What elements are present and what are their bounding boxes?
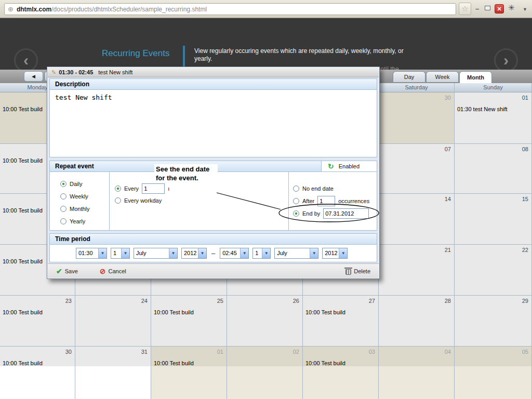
calendar-cell[interactable]: 29 xyxy=(455,296,532,347)
radio-button[interactable] xyxy=(60,206,66,212)
option-label: occurrences xyxy=(338,198,369,204)
description-textarea[interactable]: test New shift xyxy=(50,90,377,157)
cell-date: 28 xyxy=(445,298,451,304)
cell-date: 03 xyxy=(369,349,375,355)
radio-button[interactable] xyxy=(115,197,121,204)
chevron-down-icon: ▼ xyxy=(310,248,318,258)
calendar-cell[interactable]: 22 xyxy=(455,245,532,296)
previous-sample-button[interactable]: ‹ xyxy=(14,48,38,72)
pencil-icon: ✎ xyxy=(51,69,56,75)
calendar-cell[interactable]: 07 xyxy=(379,144,455,194)
description-section: Description test New shift xyxy=(49,78,377,157)
select-value: July xyxy=(134,248,169,258)
calendar-cell[interactable]: 08 xyxy=(455,144,532,194)
tab-day[interactable]: Day xyxy=(393,71,425,82)
tab-month[interactable]: Month xyxy=(459,71,492,83)
start-day-select[interactable]: 1▼ xyxy=(111,248,130,259)
calendar-cell[interactable]: 30 xyxy=(379,92,455,144)
calendar-cell[interactable]: 2310:00 Test build xyxy=(0,296,75,347)
frequency-option-yearly[interactable]: Yearly xyxy=(60,218,90,225)
calendar-event[interactable]: 10:00 Test build xyxy=(305,309,345,315)
cell-date: 01 xyxy=(522,95,528,101)
calendar-cell[interactable]: 24 xyxy=(75,296,151,347)
option-label: Monthly xyxy=(70,206,90,212)
calendar-cell[interactable]: 0110:00 Test build xyxy=(151,347,227,399)
chevron-down-icon: ▼ xyxy=(339,248,347,258)
radio-button[interactable] xyxy=(293,185,299,192)
frequency-option-daily[interactable]: Daily xyxy=(60,180,90,188)
end-time-select[interactable]: 02:45▼ xyxy=(220,248,249,259)
calendar-cell[interactable]: 2510:00 Test build xyxy=(151,296,227,347)
bookmark-star-icon[interactable]: ☆ xyxy=(459,3,471,15)
end-year-select[interactable]: 2012▼ xyxy=(322,248,348,259)
calendar-cell[interactable]: 04 xyxy=(379,347,455,399)
calendar-event[interactable]: 10:00 Test build xyxy=(305,360,345,366)
calendar-cell[interactable]: 15 xyxy=(455,194,532,245)
end-month-select[interactable]: July▼ xyxy=(274,248,318,259)
calendar-cell[interactable]: 21 xyxy=(379,245,455,296)
delete-button[interactable]: Delete xyxy=(345,268,370,275)
close-window-button[interactable]: ✕ xyxy=(495,4,504,14)
calendar-event[interactable]: 10:00 Test build xyxy=(154,360,194,366)
calendar-event[interactable]: 10:00 Test build xyxy=(3,106,43,112)
url-field[interactable]: ⊕ dhtmlx.com/docs/products/dhtmlxSchedul… xyxy=(4,3,456,15)
minimize-button[interactable]: – xyxy=(475,5,479,12)
radio-button[interactable] xyxy=(293,210,299,217)
lightbox-title-bar: ✎01:30 - 02:45test New shift xyxy=(48,68,379,77)
tab-week[interactable]: Week xyxy=(426,71,459,82)
frequency-option-monthly[interactable]: Monthly xyxy=(60,205,90,212)
url-host: dhtmlx.com xyxy=(17,6,51,13)
no-end-date-option[interactable]: No end date xyxy=(293,183,369,194)
after-occurrences-option[interactable]: Afteroccurrences xyxy=(293,196,369,206)
plugin-icon[interactable]: ✳ xyxy=(508,4,515,11)
end-options: No end dateAfteroccurrencesEnd by xyxy=(293,183,369,219)
calendar-event[interactable]: 10:00 Test build xyxy=(3,258,43,264)
save-button[interactable]: ✔ Save xyxy=(56,267,78,275)
select-value: July xyxy=(275,248,310,258)
calendar-cell[interactable]: 31 xyxy=(75,347,151,399)
calendar-cell[interactable]: 02 xyxy=(227,347,303,399)
option-label: Yearly xyxy=(70,218,85,224)
calendar-event[interactable]: 10:00 Test build xyxy=(3,360,43,366)
browser-bar: ⊕ dhtmlx.com/docs/products/dhtmlxSchedul… xyxy=(0,0,532,18)
calendar-event[interactable]: 10:00 Test build xyxy=(154,309,194,315)
every-option[interactable]: Everyı xyxy=(115,185,169,192)
restore-window-button[interactable] xyxy=(485,6,490,10)
chevron-down-icon: ▼ xyxy=(98,248,107,258)
select-value: 01:30 xyxy=(76,248,98,258)
end-by-date-input[interactable] xyxy=(323,208,369,219)
cancel-button[interactable]: ⊘ Cancel xyxy=(100,267,126,275)
calendar-cell[interactable]: 14 xyxy=(379,194,455,245)
calendar-cell[interactable]: 0101:30 test New shift xyxy=(455,92,532,144)
calendar-cell[interactable]: 05 xyxy=(455,347,532,399)
calendar-cell[interactable]: 0310:00 Test build xyxy=(303,347,379,399)
radio-button[interactable] xyxy=(60,193,66,200)
event-time-range: 01:30 - 02:45 xyxy=(59,69,93,75)
after-occurrences-input[interactable] xyxy=(317,196,335,206)
next-sample-button[interactable]: › xyxy=(494,48,518,72)
radio-button[interactable] xyxy=(115,185,121,192)
calendar-event[interactable]: 10:00 Test build xyxy=(3,157,43,164)
dropdown-caret-icon[interactable]: ▼ xyxy=(523,6,527,14)
calendar-cell[interactable]: 2710:00 Test build xyxy=(303,296,379,347)
start-year-select[interactable]: 2012▼ xyxy=(181,248,207,259)
end-by-option[interactable]: End by xyxy=(293,208,369,219)
radio-button[interactable] xyxy=(60,218,66,224)
repeat-enabled-button[interactable]: ↻ Enabled xyxy=(321,161,377,171)
calendar-cell[interactable]: 28 xyxy=(379,296,455,347)
calendar-prev-button[interactable]: ◀ xyxy=(24,71,43,82)
calendar-event[interactable]: 01:30 test New shift xyxy=(457,106,508,112)
calendar-event[interactable]: 10:00 Test build xyxy=(3,207,43,214)
radio-button[interactable] xyxy=(293,198,299,204)
calendar-event[interactable]: 10:00 Test build xyxy=(3,309,43,315)
start-time-select[interactable]: 01:30▼ xyxy=(76,248,107,259)
end-day-select[interactable]: 1▼ xyxy=(252,248,271,259)
workday-option[interactable]: Every workday xyxy=(115,197,169,204)
cell-date: 24 xyxy=(141,298,148,304)
calendar-cell[interactable]: 26 xyxy=(227,296,303,347)
radio-button[interactable] xyxy=(60,181,66,187)
frequency-option-weekly[interactable]: Weekly xyxy=(60,193,90,200)
every-interval-input[interactable] xyxy=(142,183,165,194)
calendar-cell[interactable]: 3010:00 Test build xyxy=(0,347,75,399)
start-month-select[interactable]: July▼ xyxy=(134,248,178,259)
